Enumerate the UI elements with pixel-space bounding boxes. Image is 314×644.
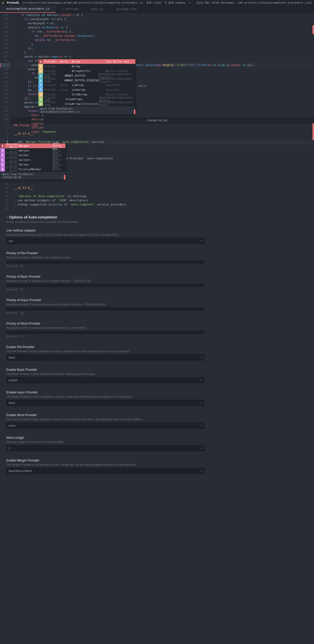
code-line[interactable]: editors.forEach(te => {	[14, 26, 314, 30]
setting-input[interactable]	[6, 331, 204, 334]
settings-title[interactable]: Options of Auto-completion	[6, 215, 308, 219]
code-line[interactable]	[14, 207, 314, 211]
tab-package-json[interactable]: package.json	[110, 5, 143, 13]
setting-default: Default: 19	[6, 335, 308, 338]
setting-value: basic	[9, 356, 15, 359]
code-line[interactable]: __v1.17.4__	[14, 132, 314, 136]
autocomplete-item[interactable]: pProtoSS - HTMLARRAY_BUFFER_BINDINGWebGL…	[38, 78, 135, 83]
code-line[interactable]: - change suggestion priority of `auto-co…	[14, 203, 314, 207]
code-line[interactable]: ## Change log:	[14, 123, 314, 127]
autocomplete-item[interactable]: kProtoSS - WordsArrayText Buffer Key	[38, 59, 135, 64]
setting-hint: Appearance order of all word auto-comple…	[6, 326, 308, 329]
code-line[interactable]: delete te.__bufferWords;	[14, 38, 314, 42]
ac-source: ProtoSS - Words	[43, 60, 72, 63]
settings-icon[interactable]: ⚙	[189, 1, 191, 4]
editor-pane-js[interactable]: 1551561571581591601611621631641651661671…	[0, 13, 314, 117]
setting-label: Priority of Word Provider	[6, 322, 308, 325]
setting-select[interactable]: basic	[6, 354, 204, 361]
ac-type-icon: f	[38, 87, 43, 92]
setting-hint: Use Basic Provider in Auto-completion mo…	[6, 372, 308, 375]
app-name: ProtoSS	[7, 1, 19, 4]
fold-column[interactable]: ▾▾▾▾▾▾▾▾▾▾▾▾▾▾▾▾▾▾▾▾▾▾▾▾▾▾▾▾▾	[10, 13, 14, 134]
autocomplete-item[interactable]: fProtoSS - ArraysubarrayFunctions	[38, 87, 135, 92]
setting-input[interactable]	[6, 307, 204, 311]
setting-label: Priority of File Provider	[6, 251, 308, 255]
setting-select[interactable]: yes	[6, 238, 204, 244]
setting-item: Enable Word ProviderUse Word Provider in…	[6, 413, 308, 429]
setting-value: Basic/Async/Word	[9, 469, 32, 472]
app-logo-icon: ▨	[2, 1, 4, 4]
code-line[interactable]: descrip	[14, 117, 314, 121]
autocomplete-item[interactable]: cProtoSSArray	[38, 64, 135, 69]
autocomplete-footer: Word from TextEditor: changelog.md	[0, 172, 65, 180]
setting-label: Priority of Async Provider	[6, 298, 308, 302]
tab-settings[interactable]: ✕Settings	[56, 5, 85, 13]
ac-label: drawArrays	[65, 98, 99, 101]
setting-input[interactable]	[6, 284, 204, 287]
tab-main-js[interactable]: main.js	[85, 5, 110, 13]
code-line[interactable]	[14, 127, 314, 132]
setting-hint: Minimum length of the word from the text…	[6, 440, 308, 443]
code-line[interactable]: te.__bufferWords.changer.dispose();	[14, 34, 314, 38]
line-count: 438 lines	[146, 1, 162, 4]
setting-hint: Use Merger Provider to list and sort at …	[6, 463, 308, 466]
tab-label: package.json	[116, 7, 137, 11]
setting-item: Priority of Word ProviderAppearance orde…	[6, 322, 308, 338]
autocomplete-item[interactable]: mProtoSS - HTMLdrawArraysInstancedWebGL2…	[38, 101, 135, 106]
code-line[interactable]: - `Options of Auto-completion` in settin…	[14, 194, 314, 198]
setting-select[interactable]: enable	[6, 377, 204, 383]
editor-pane-changelog[interactable]: 1234522232425262728 ## Change log:__v1.1…	[0, 123, 314, 211]
code-line[interactable]: __v1.17.0__	[14, 186, 314, 190]
ac-label: subarray	[72, 88, 106, 92]
setting-item: Enable Basic ProviderUse Basic Provider …	[6, 368, 308, 383]
setting-value: 2	[9, 447, 10, 450]
ac-type-icon: k	[0, 143, 5, 148]
code-line[interactable]	[14, 190, 314, 194]
package-label: Zeta Ret Atom Packages	[197, 1, 235, 4]
right-path: ide-protoss\lib\autocomplete-providers.j…	[238, 1, 312, 4]
partially-hidden-line: e Provider` auto-completion	[66, 157, 113, 160]
code-line[interactable]: }	[14, 51, 314, 55]
code-line[interactable]: if (te.__bufferWords) {	[14, 30, 314, 34]
code-line[interactable]: wordLength = wl;	[14, 21, 314, 26]
code-line[interactable]: if (wordLength !== wl) {	[14, 17, 314, 21]
setting-label: Enable Basic Provider	[6, 368, 308, 372]
setting-input[interactable]	[6, 260, 204, 264]
code-line[interactable]: }	[14, 42, 314, 46]
code-line[interactable]: - use method snippets of `JSON` descript…	[14, 198, 314, 203]
code-line[interactable]	[14, 136, 314, 140]
autocomplete-item[interactable]: fProtoSS - ArrayisArrayFunctions	[38, 83, 135, 87]
ac-label: marker	[19, 154, 53, 157]
file-path: js\zetaret\ide\packages\atom\ide-protoss…	[22, 1, 143, 4]
resize-handle-icon[interactable]	[134, 110, 135, 114]
tab-label: Settings	[65, 7, 79, 11]
ac-description: WebGL2RenderingContext Method	[99, 101, 135, 107]
ac-label: merged	[19, 149, 53, 152]
ac-type-icon: k	[0, 153, 5, 157]
setting-value: basic	[9, 401, 15, 404]
ac-source: ProtoSS - HTML	[43, 77, 64, 83]
autocomplete-popup[interactable]: kProtoSS - WordsMergerText Buffer KeykPr…	[0, 143, 66, 180]
code-line[interactable]: words = editors.map(te => {	[14, 55, 314, 59]
setting-item: Use method snippetsParse method data fro…	[6, 229, 308, 244]
ac-type-icon: c	[38, 92, 43, 97]
ac-label: DisplayMarker	[19, 168, 53, 171]
ac-label: drawArraysInstanced	[65, 102, 99, 106]
tab-autocomplete-providers-js[interactable]: autocomplete-providers.js	[0, 5, 56, 13]
code-line[interactable]: if (editors && editors.length > 0) {	[14, 13, 314, 17]
code-line[interactable]: });	[14, 46, 314, 51]
code-line[interactable]	[14, 182, 314, 186]
current-line-gutter-hl	[1, 63, 10, 67]
autocomplete-popup[interactable]: kProtoSS - WordsArrayText Buffer KeycPro…	[38, 59, 136, 114]
setting-default: Default: 22	[6, 265, 308, 268]
token-count: 5 029 tokens	[165, 1, 185, 4]
resize-handle-icon[interactable]	[64, 175, 65, 180]
ac-footer-line2: changelog.md	[2, 176, 63, 179]
setting-select[interactable]: Basic/Async/Word	[6, 468, 204, 474]
setting-select[interactable]: basic	[6, 400, 204, 406]
autocomplete-item[interactable]: kProtoSS - WordsDisplayMarkerText Buffer…	[0, 167, 65, 172]
setting-select[interactable]: 2	[6, 445, 204, 451]
setting-select[interactable]: same	[6, 422, 204, 429]
setting-hint: Use Async Provider in Auto-completion mo…	[6, 395, 308, 398]
ac-type-icon: k	[0, 148, 5, 153]
